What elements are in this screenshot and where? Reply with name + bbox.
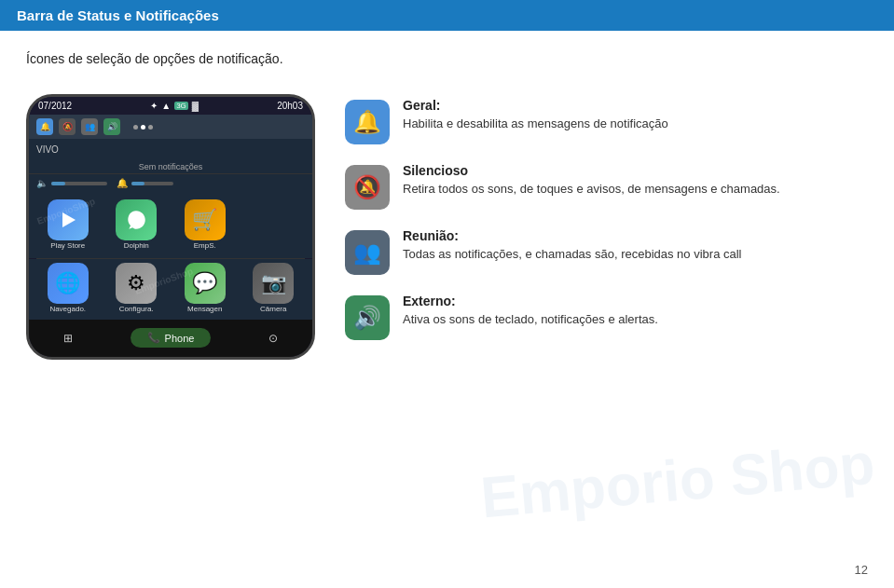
- desc-externo: 🔊 Externo: Ativa os sons de teclado, not…: [343, 294, 868, 342]
- phone-date: 07/2012: [38, 101, 72, 111]
- desc-reuniao-icon: 👥: [345, 230, 390, 275]
- app-playstore[interactable]: Play Store: [36, 199, 100, 251]
- app-messages[interactable]: 💬 Mensagen: [173, 263, 237, 314]
- bluetooth-icon: ✦: [150, 101, 158, 111]
- desc-silencioso-icon: 🔕: [345, 165, 390, 210]
- app-browser[interactable]: 🌐 Navegado.: [36, 263, 100, 314]
- 3g-icon: 3G: [174, 102, 188, 110]
- desc-reuniao-text: Reunião: Todas as notificações, e chamad…: [403, 228, 868, 263]
- apps-grid-row2: 🌐 Navegado. ⚙ Configura. 💬 Mensagen 📷 Câ…: [29, 259, 312, 320]
- phone-label: Phone: [165, 333, 195, 344]
- messages-label: Mensagen: [187, 306, 222, 314]
- app-settings[interactable]: ⚙ Configura.: [105, 263, 169, 314]
- home-grid-btn[interactable]: ⊞: [51, 325, 85, 351]
- volume-fill: [51, 182, 65, 185]
- notif-icon-silencioso[interactable]: 🔕: [59, 118, 76, 135]
- app-empty: [242, 199, 306, 251]
- app-dolphin[interactable]: Dolphin: [105, 199, 169, 251]
- ringtone-bar: [131, 182, 173, 185]
- wifi-icon: ▲: [161, 101, 171, 111]
- app-emp3[interactable]: 🛒 EmpS.: [173, 199, 237, 251]
- volume-icon: 🔈: [36, 178, 48, 188]
- desc-silencioso-icon-wrap: 🔕: [343, 163, 392, 212]
- page-number: 12: [855, 563, 868, 577]
- phone-status-bar: 07/2012 ✦ ▲ 3G ▓ 20h03: [29, 97, 312, 115]
- desc-geral-text: Geral: Habilita e desabilita as mensagen…: [403, 98, 868, 132]
- settings-label: Configura.: [119, 306, 154, 314]
- subtitle: Ícones de seleção de opções de notificaç…: [26, 51, 868, 66]
- emp3-label: EmpS.: [194, 242, 216, 251]
- notif-icon-externo[interactable]: 🔊: [103, 118, 120, 135]
- phone-mockup: 07/2012 ✦ ▲ 3G ▓ 20h03 🔔 🔕 👥 🔊: [26, 94, 315, 360]
- desc-silencioso-text: Silencioso Retira todos os sons, de toqu…: [403, 163, 868, 198]
- desc-geral: 🔔 Geral: Habilita e desabilita as mensag…: [343, 98, 868, 146]
- browser-icon: 🌐: [48, 263, 89, 304]
- desc-reuniao-title: Reunião:: [403, 228, 868, 243]
- big-watermark: Emporio Shop: [478, 431, 877, 531]
- desc-geral-icon-wrap: 🔔: [343, 98, 392, 146]
- dots-indicator: [133, 125, 153, 130]
- svg-marker-0: [62, 212, 76, 227]
- phone-time: 20h03: [277, 101, 303, 111]
- no-notif-label: Sem notificações: [29, 160, 312, 174]
- desc-silencioso: 🔕 Silencioso Retira todos os sons, de to…: [343, 163, 868, 212]
- dolphin-label: Dolphin: [124, 242, 149, 251]
- app-camera[interactable]: 📷 Câmera: [242, 263, 306, 314]
- volume-icon-2: 🔔: [117, 178, 128, 188]
- main-content: Ícones de seleção de opções de notificaç…: [0, 31, 894, 378]
- volume-bar: [51, 182, 107, 185]
- watermark-6: EmporioShop: [147, 480, 208, 511]
- phone-bottom-bar: ⊞ 📞 Phone ⊙: [29, 320, 312, 357]
- desc-geral-icon: 🔔: [345, 100, 390, 144]
- descriptions-panel: 🔔 Geral: Habilita e desabilita as mensag…: [343, 94, 868, 342]
- camera-icon: 📷: [253, 263, 294, 304]
- emp3-icon: 🛒: [185, 199, 226, 240]
- desc-reuniao-icon-wrap: 👥: [343, 228, 392, 277]
- desc-geral-body: Habilita e desabilita as mensagens de no…: [403, 116, 868, 132]
- playstore-label: Play Store: [50, 242, 85, 251]
- dot-3: [148, 125, 153, 130]
- desc-silencioso-body: Retira todos os sons, de toques e avisos…: [403, 181, 868, 198]
- ringtone-fill: [131, 182, 144, 185]
- settings-icon: ⚙: [116, 263, 157, 304]
- desc-externo-text: Externo: Ativa os sons de teclado, notif…: [403, 294, 868, 328]
- phone-icon: 📞: [147, 332, 160, 344]
- playstore-icon: [48, 199, 89, 240]
- desc-reuniao-body: Todas as notificações, e chamadas são, r…: [403, 246, 868, 263]
- desc-externo-icon: 🔊: [345, 295, 390, 340]
- header-bar: Barra de Status e Notificações: [0, 0, 894, 31]
- vivo-label: VIVO: [36, 144, 59, 155]
- battery-icon: ▓: [192, 101, 199, 111]
- watermark-3: EmporioShop: [164, 359, 225, 390]
- empty-icon: [253, 199, 294, 240]
- desc-silencioso-title: Silencioso: [403, 163, 868, 178]
- phone-middle-bar: VIVO: [29, 139, 312, 160]
- dolphin-icon: [116, 199, 157, 240]
- phone-call-btn[interactable]: 📞 Phone: [131, 328, 212, 348]
- browser-label: Navegado.: [49, 306, 86, 314]
- phone-mockup-wrapper: EmporioShop EmporioShop EmporioShop Empo…: [26, 94, 315, 360]
- camera-label: Câmera: [260, 306, 286, 314]
- back-btn[interactable]: ⊙: [256, 325, 290, 351]
- messages-icon: 💬: [185, 263, 226, 304]
- apps-grid-row1: Play Store Dolphin 🛒 EmpS.: [29, 192, 312, 258]
- volume-row: 🔈 🔔: [29, 174, 312, 192]
- desc-externo-title: Externo:: [403, 294, 868, 308]
- notif-icon-reuniao[interactable]: 👥: [81, 118, 98, 135]
- header-title: Barra de Status e Notificações: [17, 7, 219, 23]
- desc-geral-title: Geral:: [403, 98, 868, 113]
- dot-1: [133, 125, 138, 130]
- dot-2: [141, 125, 145, 130]
- desc-externo-icon-wrap: 🔊: [343, 294, 392, 342]
- watermark-4: EmporioShop: [110, 410, 171, 441]
- body-area: EmporioShop EmporioShop EmporioShop Empo…: [26, 94, 868, 360]
- phone-notification-bar: 🔔 🔕 👥 🔊: [29, 115, 312, 139]
- desc-reuniao: 👥 Reunião: Todas as notificações, e cham…: [343, 228, 868, 277]
- desc-externo-body: Ativa os sons de teclado, notificações e…: [403, 311, 868, 328]
- watermark-5: EmporioShop: [37, 461, 98, 492]
- notif-icon-geral[interactable]: 🔔: [36, 118, 53, 135]
